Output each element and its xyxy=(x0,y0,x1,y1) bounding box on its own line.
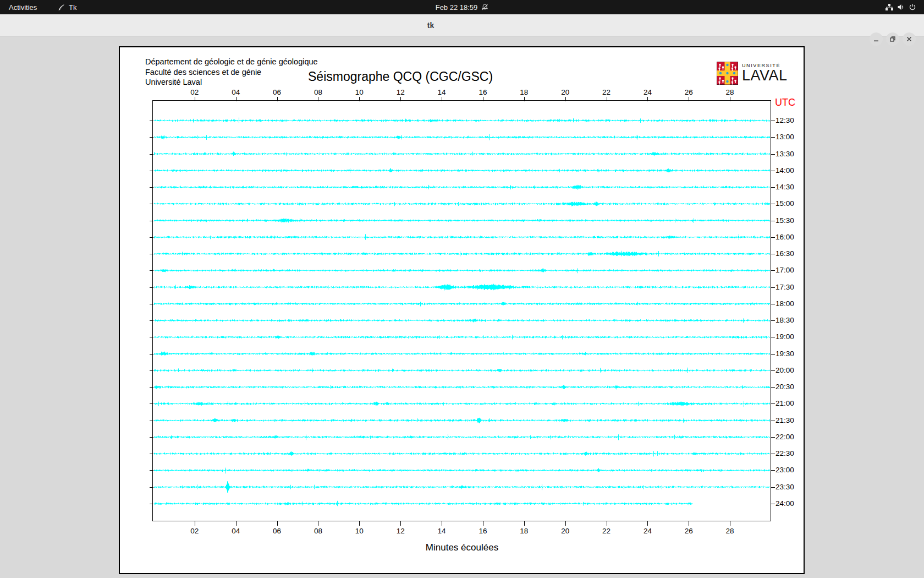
row-time-label: 17:00 xyxy=(776,266,794,274)
app-name-label: Tk xyxy=(69,3,76,12)
clock-menu[interactable]: Feb 22 18:59 xyxy=(436,0,489,14)
minimize-button[interactable] xyxy=(870,32,883,46)
row-time-label: 13:00 xyxy=(776,133,794,141)
row-tick-right xyxy=(771,171,775,171)
x-tick-label-bottom: 16 xyxy=(475,527,491,535)
x-tick-top xyxy=(359,97,360,101)
row-tick-right xyxy=(771,287,775,288)
row-tick-left xyxy=(150,487,153,488)
x-tick-top xyxy=(730,97,730,101)
row-tick-right xyxy=(771,237,775,238)
row-tick-right xyxy=(771,304,775,304)
laval-logo: UNIVERSITÉ LAVAL xyxy=(717,62,788,87)
row-tick-left xyxy=(150,370,153,371)
logo-laval-label: LAVAL xyxy=(742,68,788,83)
x-tick-label-top: 02 xyxy=(186,88,203,96)
row-tick-left xyxy=(150,287,153,288)
x-tick-top xyxy=(524,97,525,101)
row-time-label: 16:00 xyxy=(776,233,794,241)
x-tick-top xyxy=(400,97,401,101)
row-tick-left xyxy=(150,137,153,138)
seismogram-traces-canvas xyxy=(153,101,771,521)
row-time-label: 14:30 xyxy=(776,183,794,191)
row-tick-left xyxy=(150,437,153,438)
x-tick-top xyxy=(442,97,442,101)
row-tick-right xyxy=(771,487,775,488)
row-tick-left xyxy=(150,421,153,421)
x-tick-label-bottom: 24 xyxy=(639,527,656,535)
x-tick-bottom xyxy=(647,521,648,526)
x-tick-bottom xyxy=(689,521,689,526)
network-icon xyxy=(885,3,894,11)
row-tick-right xyxy=(771,154,775,155)
x-tick-bottom xyxy=(236,521,237,526)
institution-line-3: Université Laval xyxy=(145,77,318,88)
focused-app-button[interactable]: Tk xyxy=(57,0,76,14)
row-time-label: 24:00 xyxy=(776,499,794,508)
x-tick-bottom xyxy=(524,521,525,526)
activities-button[interactable]: Activities xyxy=(9,0,37,14)
restore-button[interactable] xyxy=(886,32,899,46)
row-tick-left xyxy=(150,504,153,504)
x-tick-top xyxy=(689,97,689,101)
x-tick-label-bottom: 28 xyxy=(722,527,738,535)
volume-icon xyxy=(897,3,905,11)
row-time-label: 22:00 xyxy=(776,433,794,441)
utc-axis-label: UTC xyxy=(775,97,795,108)
row-tick-right xyxy=(771,187,775,188)
row-tick-left xyxy=(150,254,153,254)
tk-feather-icon xyxy=(57,3,65,12)
x-tick-label-bottom: 22 xyxy=(598,527,615,535)
row-tick-left xyxy=(150,204,153,204)
activities-label: Activities xyxy=(9,3,37,12)
close-button[interactable] xyxy=(903,32,916,46)
x-tick-label-top: 26 xyxy=(680,88,697,96)
row-tick-right xyxy=(771,121,775,121)
window-title: tk xyxy=(427,21,434,30)
x-tick-bottom xyxy=(359,521,360,526)
x-axis-title: Minutes écoulées xyxy=(426,542,498,553)
seismograph-page: Département de géologie et de génie géol… xyxy=(119,46,805,574)
row-tick-left xyxy=(150,320,153,321)
x-tick-top xyxy=(647,97,648,101)
row-time-label: 18:00 xyxy=(776,299,794,308)
x-tick-bottom xyxy=(442,521,442,526)
row-tick-right xyxy=(771,370,775,371)
row-time-label: 23:30 xyxy=(776,483,794,491)
row-time-label: 17:30 xyxy=(776,283,794,291)
x-tick-label-top: 04 xyxy=(228,88,244,96)
row-tick-left xyxy=(150,187,153,188)
system-status-area[interactable] xyxy=(885,0,916,14)
row-time-label: 20:00 xyxy=(776,366,794,374)
laval-shield-icon xyxy=(717,62,738,87)
x-tick-top xyxy=(483,97,483,101)
x-tick-label-top: 12 xyxy=(392,88,409,96)
x-tick-top xyxy=(195,97,195,101)
x-tick-label-top: 22 xyxy=(598,88,615,96)
row-tick-right xyxy=(771,421,775,421)
row-tick-left xyxy=(150,403,153,404)
x-tick-top xyxy=(318,97,318,101)
window-title-bar[interactable]: tk xyxy=(0,14,924,36)
x-tick-label-top: 28 xyxy=(722,88,738,96)
row-tick-right xyxy=(771,470,775,471)
x-tick-label-bottom: 02 xyxy=(186,527,203,535)
x-tick-label-bottom: 26 xyxy=(680,527,697,535)
x-tick-label-bottom: 18 xyxy=(516,527,532,535)
institution-line-1: Département de géologie et de génie géol… xyxy=(145,57,318,67)
x-tick-top xyxy=(236,97,237,101)
x-tick-label-bottom: 06 xyxy=(269,527,285,535)
x-tick-top xyxy=(277,97,278,101)
x-tick-bottom xyxy=(730,521,730,526)
row-tick-left xyxy=(150,154,153,155)
x-tick-label-bottom: 08 xyxy=(310,527,326,535)
row-tick-right xyxy=(771,504,775,504)
x-tick-label-bottom: 14 xyxy=(433,527,450,535)
x-tick-top xyxy=(607,97,607,101)
x-tick-label-top: 18 xyxy=(516,88,532,96)
row-tick-left xyxy=(150,454,153,454)
x-tick-label-top: 08 xyxy=(310,88,326,96)
chart-title: Séismographe QCQ (CGC/GSC) xyxy=(308,69,493,84)
x-tick-bottom xyxy=(607,521,607,526)
row-tick-left xyxy=(150,337,153,337)
